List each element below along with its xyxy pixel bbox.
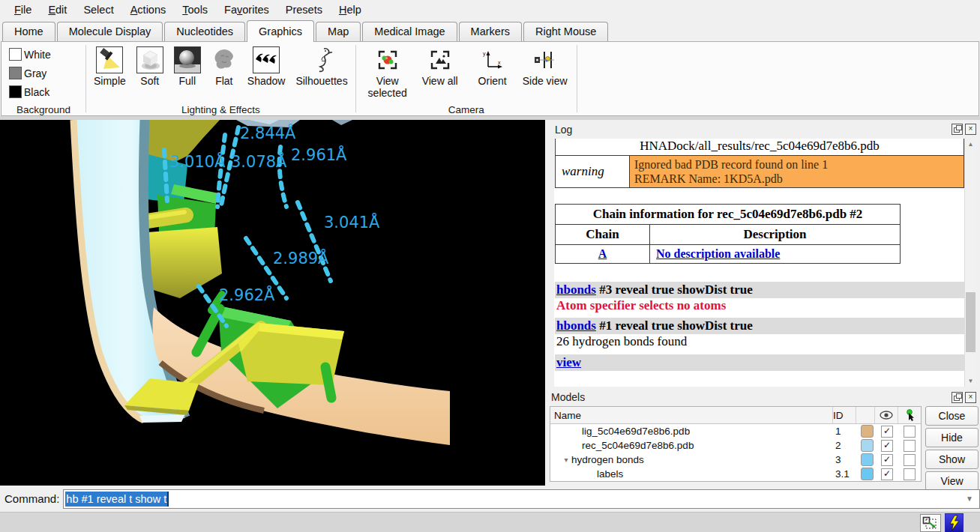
model-name: rec_5c04e69d7e8b6.pdb	[582, 440, 694, 451]
fast-mode-lightning-icon[interactable]	[945, 513, 964, 532]
hide-model-button[interactable]: Hide	[925, 428, 979, 447]
toolbar-tab-bar: Home Molecule Display Nucleotides Graphi…	[0, 19, 980, 41]
command-input-selected-text: hb #1 reveal t show t	[65, 492, 169, 507]
model-id: 1	[835, 424, 858, 438]
command-echo: hbonds #1 reveal true showDist true	[555, 318, 967, 334]
background-black-option[interactable]: Black	[9, 85, 51, 98]
model-color-swatch[interactable]	[861, 468, 874, 480]
chain-a-link[interactable]: A	[598, 247, 607, 260]
menu-presets[interactable]: Presets	[277, 2, 331, 17]
distance-label: 2.961Å	[291, 146, 346, 164]
shown-checkbox[interactable]: ✓	[881, 454, 893, 466]
menu-favorites[interactable]: Favorites	[216, 2, 277, 17]
model-row-lig[interactable]: lig_5c04e69d7e8b6.pdb 1 ✓	[550, 424, 921, 438]
log-scrollbar[interactable]: ▲ ▼	[964, 139, 976, 387]
description-column-header: Description	[650, 225, 901, 245]
shown-checkbox[interactable]: ✓	[881, 440, 893, 452]
lighting-flat-button[interactable]: Flat	[211, 45, 237, 87]
selected-checkbox[interactable]	[904, 426, 916, 438]
result-message: 26 hydrogen bonds found	[555, 334, 967, 349]
menu-edit[interactable]: Edit	[40, 2, 75, 17]
color-column-header[interactable]	[856, 407, 875, 423]
shown-column-header[interactable]	[875, 407, 898, 423]
tree-expander-icon[interactable]: ▾	[561, 456, 571, 464]
model-color-swatch[interactable]	[861, 439, 874, 452]
camera-orient-button[interactable]: y x Orient	[469, 45, 517, 87]
command-input[interactable]: hb #1 reveal t show t ▼	[63, 489, 980, 509]
show-model-button[interactable]: Show	[925, 450, 979, 469]
tab-medical-image[interactable]: Medical Image	[362, 22, 457, 41]
flat-blob-icon	[211, 47, 237, 73]
rapid-access-icon[interactable]	[920, 514, 941, 532]
model-row-hydrogen-bonds[interactable]: ▾hydrogen bonds 3 ✓	[550, 453, 921, 467]
close-model-button[interactable]: Close	[925, 406, 979, 426]
tab-map[interactable]: Map	[316, 22, 361, 41]
selected-checkbox[interactable]	[904, 468, 916, 480]
close-icon[interactable]: ×	[965, 124, 976, 135]
select-hand-icon	[904, 409, 915, 422]
svg-text:y: y	[483, 51, 486, 57]
view-help-link[interactable]: view	[556, 355, 581, 369]
command-history-dropdown-icon[interactable]: ▼	[963, 490, 976, 508]
chimerax-window: File Edit Select Actions Tools Favorites…	[0, 0, 980, 532]
log-title-bar: Log ×	[545, 120, 980, 139]
selected-column-header[interactable]	[898, 407, 921, 423]
shown-checkbox[interactable]: ✓	[881, 468, 893, 480]
tab-molecule-display[interactable]: Molecule Display	[57, 22, 163, 41]
base-slab-yellow	[147, 227, 222, 298]
chain-table-title: Chain information for rec_5c04e69d7e8b6.…	[556, 205, 901, 225]
model-color-swatch[interactable]	[861, 453, 874, 466]
bond-cylinder-green	[325, 367, 331, 398]
menu-help[interactable]: Help	[331, 2, 370, 17]
view-all-icon	[430, 49, 451, 70]
id-column-header[interactable]: ID	[833, 407, 856, 423]
shown-checkbox[interactable]: ✓	[881, 426, 893, 438]
undock-icon[interactable]	[952, 124, 963, 135]
close-icon[interactable]: ×	[965, 392, 976, 403]
camera-view-selected-button[interactable]: View selected	[364, 45, 412, 99]
model-name: lig_5c04e69d7e8b6.pdb	[582, 426, 690, 437]
selected-checkbox[interactable]	[904, 440, 916, 452]
lighting-shadow-button[interactable]: Shadow	[247, 45, 286, 87]
chain-description-link[interactable]: No description available	[656, 247, 780, 260]
model-row-rec[interactable]: rec_5c04e69d7e8b6.pdb 2 ✓	[550, 438, 921, 453]
tab-graphics[interactable]: Graphics	[247, 20, 314, 42]
model-name: labels	[597, 468, 623, 480]
camera-view-all-button[interactable]: View all	[416, 45, 464, 87]
section-label-background: Background	[1, 104, 85, 115]
menu-tools[interactable]: Tools	[174, 2, 216, 17]
hbonds-help-link[interactable]: hbonds	[556, 282, 596, 297]
undock-icon[interactable]	[952, 392, 963, 403]
camera-side-view-button[interactable]: Side view	[521, 45, 569, 87]
opened-file-path: HNADock/all_results/rec_5c04e69d7e8b6.pd…	[556, 139, 964, 156]
name-column-header[interactable]: Name	[550, 407, 833, 423]
selected-checkbox[interactable]	[904, 454, 916, 466]
command-echo: view	[555, 354, 967, 371]
scrollbar-thumb[interactable]	[966, 292, 976, 351]
lighting-simple-button[interactable]: Simple	[94, 45, 126, 87]
lighting-full-button[interactable]: Full	[174, 45, 201, 87]
lighting-soft-button[interactable]: Soft	[136, 45, 163, 87]
tab-right-mouse[interactable]: Right Mouse	[523, 22, 608, 41]
background-gray-option[interactable]: Gray	[9, 67, 51, 79]
warning-message-cell: Ignored bad PDB record found on line 1 R…	[630, 156, 964, 188]
tab-markers[interactable]: Markers	[459, 22, 522, 41]
models-title-bar: Models ×	[545, 388, 980, 406]
menu-select[interactable]: Select	[75, 2, 121, 17]
model-id: 3.1	[835, 467, 858, 481]
model-color-swatch[interactable]	[861, 425, 874, 438]
view-model-button[interactable]: View	[925, 471, 979, 491]
hbonds-help-link[interactable]: hbonds	[556, 318, 596, 333]
background-white-option[interactable]: White	[9, 48, 51, 61]
scroll-down-icon[interactable]: ▼	[965, 378, 976, 384]
tab-home[interactable]: Home	[2, 22, 55, 41]
tab-nucleotides[interactable]: Nucleotides	[164, 22, 245, 41]
graphics-viewport[interactable]: 2.844Å 3.010Å 3.078Å 2.961Å 3.041Å 2.989…	[0, 120, 545, 486]
menu-actions[interactable]: Actions	[122, 2, 175, 17]
distance-label: 2.962Å	[219, 286, 274, 304]
distance-label: 3.041Å	[324, 214, 379, 232]
model-row-labels[interactable]: labels 3.1 ✓	[550, 467, 921, 481]
scroll-up-icon[interactable]: ▲	[965, 141, 976, 148]
lighting-silhouettes-button[interactable]: Silhouettes	[295, 45, 347, 87]
menu-file[interactable]: File	[6, 2, 40, 17]
